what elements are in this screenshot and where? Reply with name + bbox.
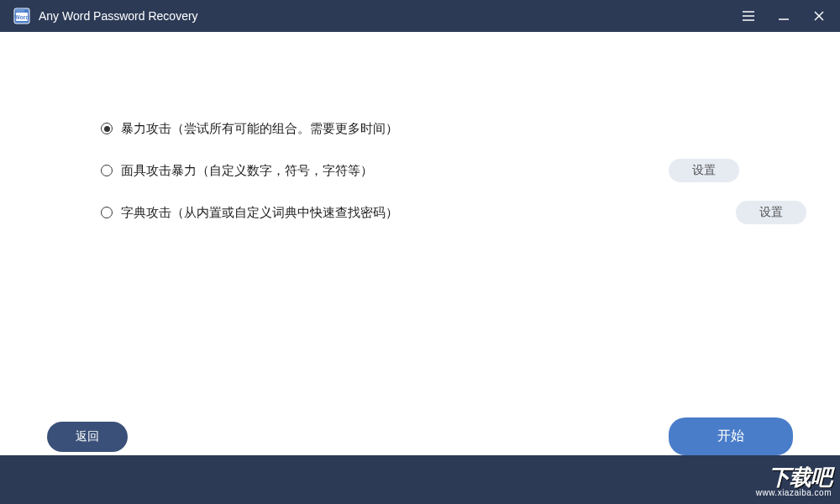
radio-brute-force[interactable] bbox=[101, 123, 113, 134]
settings-mask-button[interactable]: 设置 bbox=[669, 159, 739, 182]
option-left[interactable]: 字典攻击（从内置或自定义词典中快速查找密码） bbox=[101, 205, 398, 221]
option-label: 暴力攻击（尝试所有可能的组合。需要更多时间） bbox=[121, 121, 398, 137]
option-left[interactable]: 面具攻击暴力（自定义数字，符号，字符等） bbox=[101, 163, 373, 179]
minimize-icon[interactable] bbox=[776, 8, 791, 24]
option-label: 面具攻击暴力（自定义数字，符号，字符等） bbox=[121, 163, 373, 179]
start-button[interactable]: 开始 bbox=[669, 417, 793, 455]
svg-rect-3 bbox=[16, 9, 24, 13]
radio-mask-attack[interactable] bbox=[101, 165, 113, 176]
bottom-bar: 返回 开始 bbox=[0, 417, 840, 455]
settings-dictionary-button[interactable]: 设置 bbox=[736, 201, 806, 224]
menu-icon[interactable] bbox=[741, 8, 756, 24]
back-button[interactable]: 返回 bbox=[47, 422, 128, 452]
option-left[interactable]: 暴力攻击（尝试所有可能的组合。需要更多时间） bbox=[101, 121, 398, 137]
svg-text:Word: Word bbox=[14, 14, 29, 20]
titlebar-controls bbox=[741, 8, 827, 24]
option-brute-force: 暴力攻击（尝试所有可能的组合。需要更多时间） bbox=[101, 116, 739, 141]
radio-dictionary-attack[interactable] bbox=[101, 207, 113, 218]
close-icon[interactable] bbox=[811, 8, 827, 24]
footer bbox=[0, 455, 840, 504]
main-content: 暴力攻击（尝试所有可能的组合。需要更多时间） 面具攻击暴力（自定义数字，符号，字… bbox=[0, 32, 840, 225]
option-label: 字典攻击（从内置或自定义词典中快速查找密码） bbox=[121, 205, 398, 221]
titlebar: Word Any Word Password Recovery bbox=[0, 0, 840, 32]
titlebar-left: Word Any Word Password Recovery bbox=[13, 8, 198, 24]
option-mask-attack: 面具攻击暴力（自定义数字，符号，字符等） 设置 bbox=[101, 158, 739, 183]
option-dictionary-attack: 字典攻击（从内置或自定义词典中快速查找密码） 设置 bbox=[101, 200, 739, 225]
app-word-icon: Word bbox=[13, 8, 30, 24]
app-title: Any Word Password Recovery bbox=[39, 9, 198, 23]
